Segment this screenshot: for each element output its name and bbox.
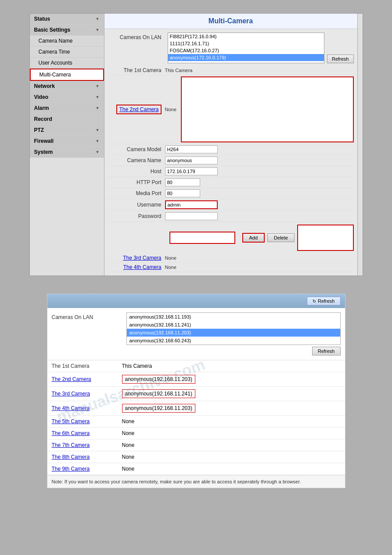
sidebar-item-record[interactable]: Record bbox=[30, 114, 104, 125]
camera-label-cell: The 6th Camera bbox=[47, 428, 118, 439]
media-port-input[interactable] bbox=[165, 189, 200, 197]
username-label: Username bbox=[108, 202, 165, 208]
note-row: Note: If you want to access your camera … bbox=[47, 475, 345, 488]
camera-label-cell: The 2nd Camera bbox=[47, 372, 118, 387]
list-item[interactable]: 1111(172.16.1.71) bbox=[168, 40, 324, 47]
bottom-panel: ↻ Refresh Cameras On LAN anonymous(192.1… bbox=[47, 294, 345, 488]
camera-link-5th[interactable]: The 5th Camera bbox=[52, 418, 90, 424]
fourth-camera-link[interactable]: The 4th Camera bbox=[123, 264, 162, 270]
page-wrapper: Status Basic Settings Camera Name Camera… bbox=[0, 0, 392, 501]
list-item[interactable]: FOSCAM(172.16.0.27) bbox=[168, 47, 324, 54]
camera-link-4th[interactable]: The 4th Camera bbox=[52, 405, 90, 411]
add-button[interactable]: Add bbox=[242, 233, 265, 243]
host-row: Host bbox=[108, 166, 354, 177]
http-port-label: HTTP Port bbox=[108, 179, 165, 185]
sidebar-item-network[interactable]: Network bbox=[30, 81, 104, 92]
delete-button[interactable]: Delete bbox=[267, 233, 295, 242]
camera-link-9th[interactable]: The 9th Camera bbox=[52, 466, 90, 472]
sidebar: Status Basic Settings Camera Name Camera… bbox=[30, 14, 104, 276]
main-content: Multi-Camera Cameras On LAN FI8821P(172.… bbox=[104, 14, 357, 276]
bottom-cam-row: Cameras On LAN anonymous(192.168.11.193)… bbox=[52, 312, 341, 355]
media-port-label: Media Port bbox=[108, 190, 165, 196]
panel-title: Multi-Camera bbox=[104, 14, 357, 29]
camera-label-cell: The 5th Camera bbox=[47, 416, 118, 428]
password-label: Password bbox=[108, 213, 165, 219]
refresh-icon: ↻ bbox=[313, 299, 316, 304]
second-camera-link[interactable]: The 2nd Camera bbox=[116, 105, 161, 114]
content-area: Cameras On LAN FI8821P(172.16.0.94) 1111… bbox=[104, 29, 357, 276]
password-input[interactable] bbox=[165, 212, 218, 220]
camera-link-7th[interactable]: The 7th Camera bbox=[52, 442, 90, 448]
media-port-row: Media Port bbox=[108, 188, 354, 199]
sidebar-item-status[interactable]: Status bbox=[30, 14, 104, 25]
camera-value-cell: anonymous(192.168.11.203) bbox=[118, 372, 345, 387]
camera-label-cell: The 7th Camera bbox=[47, 439, 118, 451]
first-camera-label: The 1st Camera bbox=[108, 67, 165, 73]
refresh-button-top[interactable]: Refresh bbox=[327, 54, 354, 63]
table-row: The 9th Camera None bbox=[47, 463, 345, 475]
sidebar-item-camera-name[interactable]: Camera Name bbox=[30, 36, 104, 47]
list-item[interactable]: anonymous(192.168.11.241) bbox=[127, 321, 340, 329]
list-item[interactable]: FOSCAM(172.16.0.185) bbox=[168, 61, 324, 63]
camera-name-input[interactable] bbox=[165, 156, 218, 164]
camera-model-row: Camera Model bbox=[108, 144, 354, 155]
sidebar-item-alarm[interactable]: Alarm bbox=[30, 103, 104, 114]
top-panel: Status Basic Settings Camera Name Camera… bbox=[29, 13, 363, 276]
bottom-panel-wrapper: ↻ Refresh Cameras On LAN anonymous(192.1… bbox=[18, 294, 374, 488]
sidebar-item-basic-settings[interactable]: Basic Settings bbox=[30, 25, 104, 36]
camera-model-input[interactable] bbox=[165, 145, 218, 153]
sidebar-item-camera-time[interactable]: Camera Time bbox=[30, 47, 104, 58]
list-item-selected[interactable]: anonymous(192.168.11.203) bbox=[127, 329, 340, 337]
bottom-cameras-on-lan-section: Cameras On LAN anonymous(192.168.11.193)… bbox=[47, 308, 345, 360]
camera-link-2nd[interactable]: The 2nd Camera bbox=[52, 376, 91, 382]
camera-value-cell: This Camera bbox=[118, 360, 345, 372]
cameras-on-lan-section: Cameras On LAN FI8821P(172.16.0.94) 1111… bbox=[108, 33, 354, 63]
second-camera-row: The 2nd Camera None bbox=[108, 75, 354, 144]
first-camera-value: This Camera bbox=[165, 68, 193, 73]
refresh-button-bottom-header[interactable]: ↻ Refresh bbox=[307, 297, 341, 305]
cameras-on-lan-list[interactable]: FI8821P(172.16.0.94) 1111(172.16.1.71) F… bbox=[168, 33, 324, 63]
camera-value-cell: anonymous(192.168.11.241) bbox=[118, 387, 345, 401]
http-port-input[interactable] bbox=[165, 178, 200, 186]
list-item[interactable]: anonymous(192.168.11.193) bbox=[127, 313, 340, 321]
camera-label-cell: The 3rd Camera bbox=[47, 387, 118, 401]
third-camera-value: None bbox=[165, 255, 176, 261]
host-input[interactable] bbox=[165, 167, 218, 175]
camera-link-8th[interactable]: The 8th Camera bbox=[52, 454, 90, 460]
cameras-on-lan-label: Cameras On LAN bbox=[108, 33, 165, 40]
fourth-camera-value: None bbox=[165, 265, 176, 270]
http-port-row: HTTP Port bbox=[108, 177, 354, 188]
first-camera-row: The 1st Camera This Camera bbox=[108, 66, 354, 75]
sidebar-item-video[interactable]: Video bbox=[30, 92, 104, 103]
sidebar-item-ptz[interactable]: PTZ bbox=[30, 125, 104, 136]
cameras-table: The 1st Camera This Camera The 2nd Camer… bbox=[47, 360, 345, 475]
list-item[interactable]: FI8821P(172.16.0.94) bbox=[168, 33, 324, 40]
camera-value-cell: None bbox=[118, 416, 345, 428]
fourth-camera-row: The 4th Camera None bbox=[108, 263, 354, 272]
bottom-cameras-list[interactable]: anonymous(192.168.11.193) anonymous(192.… bbox=[126, 312, 341, 345]
bottom-cameras-on-lan-label: Cameras On LAN bbox=[52, 312, 122, 320]
sidebar-item-firewall[interactable]: Firewall bbox=[30, 136, 104, 147]
camera-value-cell: None bbox=[118, 463, 345, 475]
add-delete-row: Add Delete bbox=[169, 222, 354, 254]
third-camera-link[interactable]: The 3rd Camera bbox=[123, 255, 161, 261]
table-row: The 5th Camera None bbox=[47, 416, 345, 428]
camera-name-row: Camera Name bbox=[108, 155, 354, 166]
camera-link-6th[interactable]: The 6th Camera bbox=[52, 430, 90, 436]
second-camera-value: None bbox=[165, 107, 176, 112]
sidebar-item-multi-camera[interactable]: Multi-Camera bbox=[30, 69, 104, 81]
list-item[interactable]: anonymous(192.168.60.243) bbox=[127, 337, 340, 345]
username-input[interactable] bbox=[165, 200, 218, 209]
refresh-button-bottom[interactable]: Refresh bbox=[312, 347, 341, 355]
sidebar-item-system[interactable]: System bbox=[30, 147, 104, 158]
sidebar-item-user-accounts[interactable]: User Accounts bbox=[30, 58, 104, 69]
list-item-selected[interactable]: anonymous(172.16.0.179) bbox=[168, 54, 324, 61]
table-row: The 1st Camera This Camera bbox=[47, 360, 345, 372]
third-camera-row: The 3rd Camera None bbox=[108, 254, 354, 263]
camera-link-3rd[interactable]: The 3rd Camera bbox=[52, 391, 90, 397]
username-row: Username bbox=[108, 199, 354, 211]
camera-value-cell: None bbox=[118, 451, 345, 463]
scrollbar[interactable] bbox=[357, 14, 363, 276]
camera-value-cell: None bbox=[118, 439, 345, 451]
camera-value-cell: None bbox=[118, 428, 345, 439]
